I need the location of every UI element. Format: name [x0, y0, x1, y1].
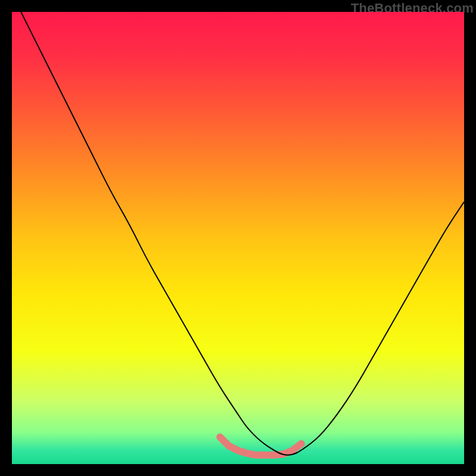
chart-frame: TheBottleneck.com [0, 0, 476, 476]
gradient-background [12, 12, 464, 464]
bottleneck-chart [12, 12, 464, 464]
